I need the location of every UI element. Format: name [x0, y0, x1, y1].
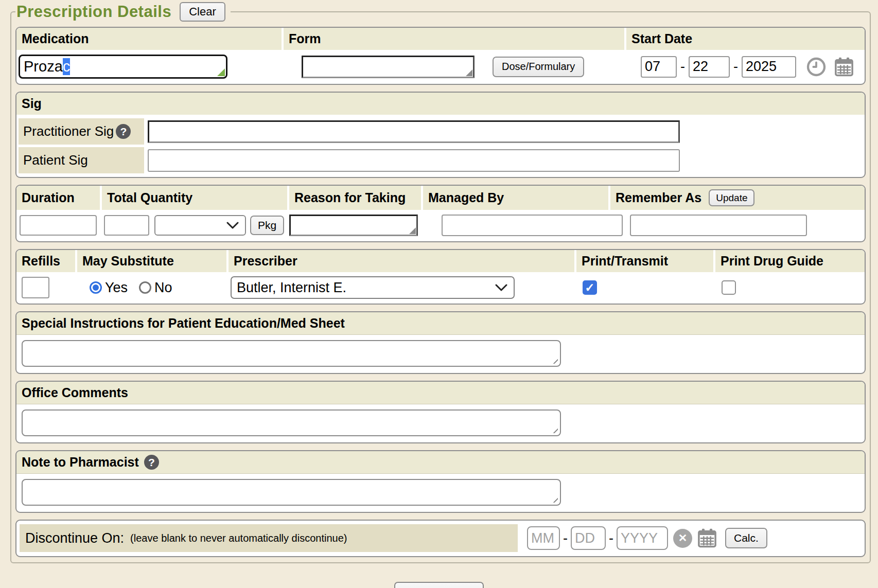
special-instructions-textarea[interactable]	[22, 340, 561, 367]
print-transmit-cell	[576, 280, 715, 295]
office-comments-group: Office Comments	[15, 381, 866, 443]
date-separator: -	[680, 59, 685, 75]
calc-button[interactable]: Calc.	[725, 528, 767, 548]
start-date-year-input[interactable]	[742, 56, 796, 78]
office-comments-textarea[interactable]	[22, 409, 561, 436]
substitute-yes-option[interactable]: Yes	[90, 280, 128, 296]
special-instructions-body	[16, 335, 865, 373]
discontinue-date-inputs: - -	[527, 526, 668, 550]
remember-as-input[interactable]	[630, 215, 807, 236]
medication-group: Medication Form Start Date Prozac Dose/F…	[15, 27, 866, 85]
managed-by-column-header: Managed By	[423, 186, 608, 210]
print-drug-guide-column-header: Print Drug Guide	[715, 250, 865, 272]
date-separator: -	[733, 59, 738, 75]
note-to-pharmacist-label: Note to Pharmacist	[22, 455, 139, 470]
print-transmit-checkbox[interactable]	[583, 280, 597, 295]
substitute-no-label: No	[154, 280, 172, 296]
managed-by-input[interactable]	[442, 215, 623, 236]
dose-formulary-button[interactable]: Dose/Formulary	[493, 57, 584, 77]
discontinue-label: Discontinue On:	[25, 530, 124, 546]
duration-input[interactable]	[20, 215, 97, 236]
medication-group-header: Medication Form Start Date	[16, 28, 865, 50]
note-to-pharmacist-help-icon[interactable]	[144, 455, 159, 470]
note-to-pharmacist-textarea[interactable]	[22, 479, 561, 506]
prescribe-button[interactable]: Prescribe	[394, 582, 484, 588]
total-quantity-column-header: Total Quantity	[102, 186, 287, 210]
clear-date-icon[interactable]	[673, 529, 692, 548]
remember-as-label: Remember As	[616, 190, 701, 205]
refills-group: Refills May Substitute Prescriber Print/…	[15, 249, 866, 305]
practitioner-sig-row: Practitioner Sig	[19, 118, 865, 145]
clock-icon[interactable]	[806, 57, 827, 77]
patient-sig-input[interactable]	[148, 149, 680, 172]
print-drug-guide-checkbox[interactable]	[722, 280, 736, 295]
resize-grip-icon	[466, 69, 472, 76]
details-group-header: Duration Total Quantity Reason for Takin…	[16, 186, 865, 210]
radio-unselected-icon[interactable]	[139, 281, 151, 294]
patient-sig-row: Patient Sig	[19, 147, 865, 173]
radio-selected-icon[interactable]	[90, 281, 102, 294]
calendar-icon[interactable]	[833, 56, 855, 78]
may-substitute-cell: Yes No	[77, 280, 229, 296]
medication-selected-text: c	[63, 58, 71, 75]
page-title: Prescription Details	[16, 3, 171, 21]
may-substitute-column-header: May Substitute	[77, 250, 226, 272]
print-drug-guide-cell	[715, 280, 865, 295]
quantity-unit-select[interactable]	[154, 215, 246, 236]
remember-as-column-header: Remember As Update	[610, 186, 865, 210]
office-comments-header: Office Comments	[16, 382, 865, 404]
start-date-inputs: - -	[641, 56, 855, 78]
discontinue-month-input[interactable]	[527, 526, 560, 550]
refills-group-body: Yes No Butler, Internist E.	[16, 272, 865, 304]
special-instructions-textarea-wrap	[22, 340, 561, 367]
special-instructions-group: Special Instructions for Patient Educati…	[15, 311, 866, 374]
practitioner-sig-help-icon[interactable]	[116, 124, 131, 139]
chevron-down-icon	[495, 284, 507, 292]
start-date-day-input[interactable]	[689, 56, 730, 78]
may-substitute-radio-group: Yes No	[90, 280, 172, 296]
footer: Prescribe	[0, 582, 878, 588]
substitute-yes-label: Yes	[105, 280, 128, 296]
form-input[interactable]	[302, 56, 475, 78]
substitute-no-option[interactable]: No	[139, 280, 172, 296]
practitioner-sig-input[interactable]	[148, 120, 680, 143]
details-group: Duration Total Quantity Reason for Takin…	[15, 185, 866, 242]
autocomplete-grip-icon	[217, 68, 225, 76]
prescriber-select[interactable]: Butler, Internist E.	[231, 276, 515, 299]
clear-button[interactable]: Clear	[180, 2, 225, 22]
prescriber-cell: Butler, Internist E.	[229, 276, 576, 299]
details-group-body: Pkg	[16, 210, 865, 241]
discontinue-day-input[interactable]	[571, 526, 606, 550]
patient-sig-label: Patient Sig	[23, 152, 88, 168]
discontinue-hint: (leave blank to never automatically disc…	[130, 532, 347, 544]
resize-grip-icon	[409, 227, 416, 234]
note-to-pharmacist-textarea-wrap	[22, 479, 561, 506]
update-button[interactable]: Update	[709, 189, 754, 206]
pkg-button[interactable]: Pkg	[250, 216, 284, 235]
calendar-icon[interactable]	[696, 527, 718, 549]
note-to-pharmacist-group: Note to Pharmacist	[15, 450, 866, 513]
discontinue-group: Discontinue On: (leave blank to never au…	[15, 520, 866, 557]
medication-input[interactable]: Prozac	[19, 55, 227, 79]
chevron-down-icon	[226, 222, 239, 229]
refills-column-header: Refills	[16, 250, 75, 272]
date-separator: -	[563, 530, 568, 546]
form-cell: Dose/Formulary	[284, 56, 626, 78]
refills-input[interactable]	[22, 277, 49, 298]
discontinue-year-input[interactable]	[617, 526, 668, 550]
discontinue-label-cell: Discontinue On: (leave blank to never au…	[20, 524, 518, 552]
reason-input[interactable]	[289, 215, 418, 236]
note-to-pharmacist-header: Note to Pharmacist	[16, 451, 865, 474]
duration-column-header: Duration	[16, 186, 100, 210]
date-separator: -	[609, 530, 613, 546]
quantity-input[interactable]	[104, 215, 149, 236]
prescription-details-legend: Prescription Details Clear	[15, 2, 231, 22]
print-transmit-column-header: Print/Transmit	[576, 250, 713, 272]
discontinue-row: Discontinue On: (leave blank to never au…	[16, 521, 865, 556]
office-comments-textarea-wrap	[22, 409, 561, 436]
refills-group-header: Refills May Substitute Prescriber Print/…	[16, 250, 865, 272]
medication-cell: Prozac	[16, 55, 284, 79]
note-to-pharmacist-body	[16, 474, 865, 512]
start-date-month-input[interactable]	[641, 56, 677, 78]
refills-cell	[16, 277, 77, 298]
